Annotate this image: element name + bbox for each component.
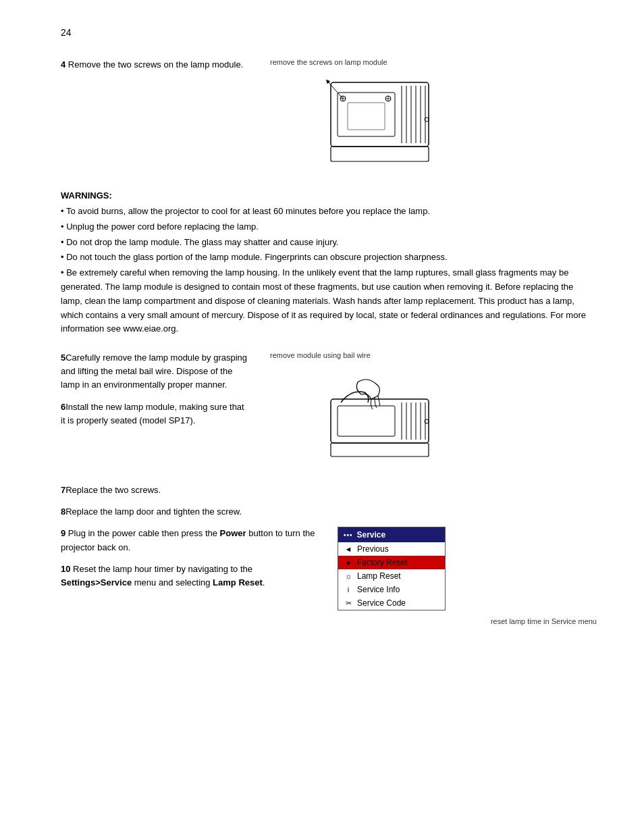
step8-text: 8Replace the lamp door and tighten the s… (61, 505, 597, 519)
service-menu-item-lamp-reset: ☼ Lamp Reset (338, 569, 445, 583)
step10-settings: Settings>Service (61, 577, 132, 588)
service-info-label: Service Info (357, 585, 400, 594)
lamp-reset-icon: ☼ (344, 572, 353, 580)
factory-reset-icon: ● (344, 558, 353, 567)
step5-image-area: remove module using bail wire (270, 351, 597, 470)
step9-power: Power (220, 528, 246, 538)
service-code-icon: ✂ (344, 599, 353, 608)
step4-body: Remove the two screws on the lamp module… (68, 59, 243, 70)
warning-4: • Do not touch the glass portion of the … (61, 251, 597, 265)
service-menu-dots: ••• (344, 531, 353, 539)
step9-body: Plug in the power cable then press the (65, 528, 219, 538)
step4-prefix: 4 (61, 59, 65, 70)
step4-img-label: remove the screws on lamp module (270, 58, 387, 66)
bottom-left: 9 Plug in the power cable then press the… (61, 527, 324, 598)
service-menu-item-previous: ◄ Previous (338, 542, 445, 556)
bottom-row: 9 Plug in the power cable then press the… (61, 527, 597, 625)
step4-row: 4 Remove the two screws on the lamp modu… (61, 58, 597, 177)
step4-image-area: remove the screws on lamp module (270, 58, 597, 177)
step10-end: . (263, 577, 265, 588)
step5-body: Carefully remove the lamp module by gras… (61, 353, 247, 390)
warnings-text: • To avoid burns, allow the projector to… (61, 205, 597, 336)
warning-5: • Be extremely careful when removing the… (61, 266, 597, 336)
step6-body: Install the new lamp module, making sure… (61, 402, 244, 425)
service-menu-item-factory-reset: ● Factory Reset (338, 556, 445, 569)
lamp-reset-label: Lamp Reset (357, 571, 401, 581)
factory-reset-label: Factory Reset (357, 558, 408, 567)
step8-body: Replace the lamp door and tighten the sc… (65, 506, 242, 517)
previous-label: Previous (357, 544, 389, 554)
service-menu: ••• Service ◄ Previous ● Factory Reset ☼… (338, 527, 446, 610)
step5-diagram (270, 362, 432, 470)
svg-line-17 (327, 81, 343, 99)
step5-6-row: 5Carefully remove the lamp module by gra… (61, 351, 597, 470)
service-menu-title: Service (357, 530, 386, 540)
menu-caption: reset lamp time in Service menu (491, 617, 597, 625)
step10-text: 10 Reset the lamp hour timer by navigati… (61, 563, 324, 590)
page-number: 24 (61, 27, 597, 38)
service-menu-header: ••• Service (338, 527, 445, 542)
service-menu-item-service-code: ✂ Service Code (338, 596, 445, 610)
step5-img-label: remove module using bail wire (270, 351, 371, 359)
step5-text: 5Carefully remove the lamp module by gra… (61, 351, 250, 392)
warnings-title: WARNINGS: (61, 190, 597, 201)
step6-text: 6Install the new lamp module, making sur… (61, 400, 250, 427)
step9-text: 9 Plug in the power cable then press the… (61, 527, 324, 554)
step4-diagram (270, 69, 432, 177)
warning-2: • Unplug the power cord before replacing… (61, 220, 597, 234)
svg-rect-25 (338, 406, 395, 436)
warning-1: • To avoid burns, allow the projector to… (61, 205, 597, 219)
step5-6-text: 5Carefully remove the lamp module by gra… (61, 351, 250, 436)
step7-text: 7Replace the two screws. (61, 484, 597, 497)
step7-body: Replace the two screws. (65, 485, 161, 495)
step4-text: 4 Remove the two screws on the lamp modu… (61, 58, 250, 72)
bottom-right: ••• Service ◄ Previous ● Factory Reset ☼… (338, 527, 597, 625)
service-menu-item-service-info: i Service Info (338, 583, 445, 596)
svg-rect-16 (331, 147, 429, 161)
service-code-label: Service Code (357, 598, 406, 608)
step10-mid: menu and selecting (132, 577, 213, 588)
step10-lampreset: Lamp Reset (213, 577, 263, 588)
svg-rect-0 (331, 82, 429, 147)
svg-rect-27 (331, 443, 429, 457)
warnings-block: WARNINGS: • To avoid burns, allow the pr… (61, 190, 597, 336)
step10-prefix: 10 (61, 564, 70, 574)
warning-3: • Do not drop the lamp module. The glass… (61, 236, 597, 250)
previous-icon: ◄ (344, 545, 353, 553)
service-info-icon: i (344, 585, 353, 594)
step10-body: Reset the lamp hour timer by navigating … (70, 564, 252, 574)
svg-rect-15 (348, 103, 385, 130)
